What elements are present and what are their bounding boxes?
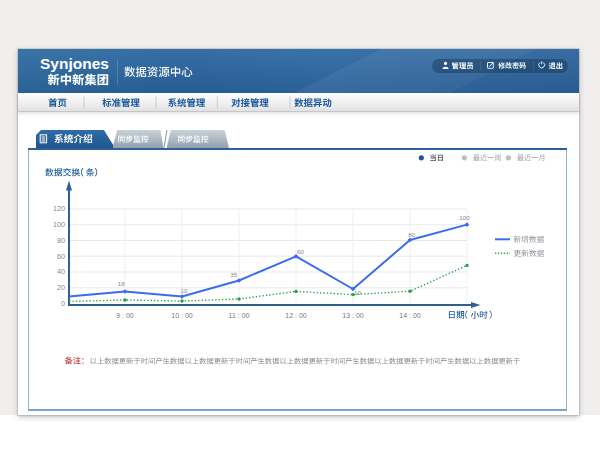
svg-text:14 : 00: 14 : 00 (399, 312, 421, 319)
svg-text:0: 0 (61, 299, 65, 308)
svg-text:80: 80 (57, 236, 65, 245)
svg-text:13 : 00: 13 : 00 (342, 312, 364, 319)
svg-text:10: 10 (181, 287, 188, 294)
svg-text:120: 120 (53, 204, 65, 213)
svg-text:11 : 00: 11 : 00 (229, 312, 250, 319)
svg-text:12 : 00: 12 : 00 (285, 312, 307, 319)
svg-text:35: 35 (230, 271, 237, 278)
svg-text:20: 20 (57, 283, 65, 292)
svg-text:18: 18 (118, 280, 125, 287)
svg-text:100: 100 (459, 214, 470, 221)
svg-text:10: 10 (354, 289, 361, 296)
svg-text:60: 60 (297, 248, 304, 255)
svg-text:Synjones: Synjones (40, 55, 109, 72)
svg-text:60: 60 (57, 252, 65, 261)
svg-text:9 : 00: 9 : 00 (116, 312, 134, 319)
svg-text:10 : 00: 10 : 00 (171, 312, 193, 319)
svg-text:80: 80 (408, 231, 415, 238)
svg-text:100: 100 (53, 220, 65, 229)
svg-text:40: 40 (57, 267, 65, 276)
